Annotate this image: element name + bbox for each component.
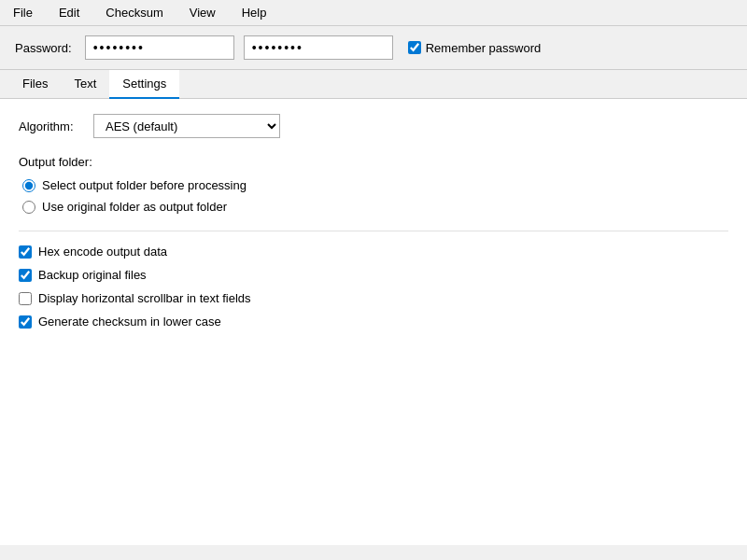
remember-row: Remember password xyxy=(408,41,542,55)
tab-text[interactable]: Text xyxy=(61,70,109,99)
algorithm-label: Algorithm: xyxy=(19,119,84,133)
settings-content: Algorithm: AES (default) 3DES Blowfish O… xyxy=(0,99,747,545)
radio-original-folder-label: Use original folder as output folder xyxy=(42,200,227,214)
checkbox-hex-encode[interactable]: Hex encode output data xyxy=(19,245,728,259)
radio-select-output-input[interactable] xyxy=(22,179,35,192)
checkbox-display-scrollbar-label: Display horizontal scrollbar in text fie… xyxy=(38,291,251,305)
algorithm-select[interactable]: AES (default) 3DES Blowfish xyxy=(93,114,280,138)
password-input-2[interactable] xyxy=(244,35,393,60)
radio-select-output[interactable]: Select output folder before processing xyxy=(22,178,728,192)
tab-settings[interactable]: Settings xyxy=(109,70,179,99)
radio-original-folder-input[interactable] xyxy=(22,201,35,214)
remember-label: Remember password xyxy=(426,41,542,55)
radio-select-output-label: Select output folder before processing xyxy=(42,178,247,192)
menu-help[interactable]: Help xyxy=(236,4,273,21)
radio-group: Select output folder before processing U… xyxy=(22,178,728,214)
password-input-1[interactable] xyxy=(85,35,234,60)
checkbox-backup-files-label: Backup original files xyxy=(38,268,147,282)
menu-file[interactable]: File xyxy=(7,4,38,21)
menu-checksum[interactable]: Checksum xyxy=(100,4,168,21)
checkbox-hex-encode-input[interactable] xyxy=(19,245,32,259)
divider xyxy=(19,231,728,231)
checkbox-group: Hex encode output data Backup original f… xyxy=(19,245,728,329)
password-label: Password: xyxy=(15,41,72,55)
tab-files[interactable]: Files xyxy=(9,70,61,99)
menu-view[interactable]: View xyxy=(184,4,221,21)
checkbox-display-scrollbar[interactable]: Display horizontal scrollbar in text fie… xyxy=(19,291,728,305)
remember-checkbox[interactable] xyxy=(408,41,421,54)
radio-original-folder[interactable]: Use original folder as output folder xyxy=(22,200,728,214)
checkbox-generate-checksum[interactable]: Generate checksum in lower case xyxy=(19,315,728,329)
checkbox-generate-checksum-input[interactable] xyxy=(19,315,32,329)
checkbox-backup-files-input[interactable] xyxy=(19,269,32,282)
password-row: Password: Remember password xyxy=(0,26,747,70)
menu-edit[interactable]: Edit xyxy=(53,4,85,21)
checkbox-hex-encode-label: Hex encode output data xyxy=(38,245,167,259)
algorithm-row: Algorithm: AES (default) 3DES Blowfish xyxy=(19,114,728,138)
menubar: File Edit Checksum View Help xyxy=(0,0,747,26)
output-folder-label: Output folder: xyxy=(19,155,728,169)
checkbox-display-scrollbar-input[interactable] xyxy=(19,292,32,305)
checkbox-backup-files[interactable]: Backup original files xyxy=(19,268,728,282)
checkbox-generate-checksum-label: Generate checksum in lower case xyxy=(38,315,221,329)
tabbar: Files Text Settings xyxy=(0,70,747,99)
